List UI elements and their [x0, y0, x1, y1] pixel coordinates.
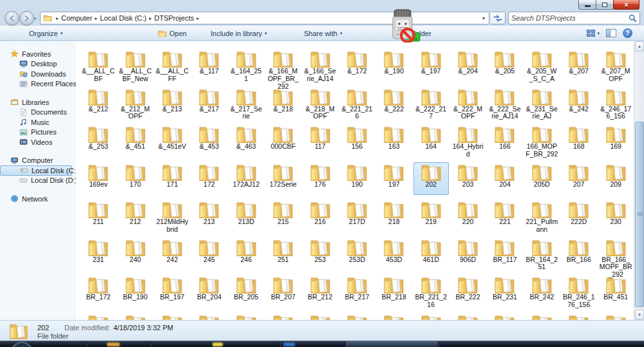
- folder-item[interactable]: BR_190: [117, 275, 153, 313]
- folder-item[interactable]: &_222_MOPF: [450, 87, 486, 125]
- folder-item[interactable]: 453D: [375, 238, 412, 276]
- folder-item[interactable]: 216: [301, 200, 338, 238]
- folder-item[interactable]: 204: [486, 162, 523, 200]
- folder-item[interactable]: BR_207: [265, 275, 301, 313]
- folder-item[interactable]: [117, 313, 153, 321]
- folder-item[interactable]: BR_197: [154, 275, 191, 313]
- folder-item[interactable]: &_117: [191, 49, 227, 87]
- change-view-button[interactable]: ▾: [587, 30, 600, 37]
- folder-item[interactable]: &_451eV: [154, 124, 191, 162]
- folder-item[interactable]: &_207: [560, 49, 597, 87]
- folder-item[interactable]: BR_222: [450, 275, 486, 313]
- folder-item[interactable]: [80, 313, 117, 321]
- folder-item[interactable]: 253: [301, 238, 338, 276]
- breadcrumb-item-dtsprojects[interactable]: DTSProjects: [154, 14, 194, 22]
- folder-item[interactable]: &_166_MOPF_BR_292: [265, 49, 301, 87]
- folder-item[interactable]: 213D: [228, 200, 265, 238]
- folder-item[interactable]: &__ALL_CFF: [154, 49, 191, 87]
- folder-item[interactable]: &_242: [560, 87, 597, 125]
- folder-item[interactable]: [301, 313, 338, 321]
- folder-item[interactable]: 207: [560, 162, 597, 200]
- search-input[interactable]: [511, 14, 629, 22]
- folder-item[interactable]: &_205_W_S_C_A: [524, 49, 560, 87]
- folder-item[interactable]: 163: [375, 124, 412, 162]
- folder-item[interactable]: &_212: [80, 87, 117, 125]
- toolbar-item-include-in-library[interactable]: Include in library▾: [207, 28, 270, 39]
- toolbar-item-share-with[interactable]: Share with▾: [301, 28, 346, 39]
- folder-item[interactable]: 211: [80, 200, 117, 238]
- folder-item[interactable]: &_190: [375, 49, 412, 87]
- folder-item[interactable]: 156: [339, 124, 375, 162]
- address-bar[interactable]: ▸Computer▸Local Disk (C:)▸DTSProjects▸ ▾: [40, 12, 489, 24]
- folder-item[interactable]: 169ev: [80, 162, 117, 200]
- folder-item[interactable]: 168: [560, 124, 597, 162]
- folder-item[interactable]: [413, 313, 450, 321]
- folder-item[interactable]: &_212_MOPF: [117, 87, 153, 125]
- folder-item[interactable]: &_204: [450, 49, 486, 87]
- folder-item[interactable]: 170: [117, 162, 153, 200]
- folder-item[interactable]: BR_231: [486, 275, 523, 313]
- folder-item[interactable]: 230: [597, 200, 634, 238]
- folder-item[interactable]: &_463: [228, 124, 265, 162]
- folder-item[interactable]: BR_221_216: [413, 275, 450, 313]
- folder-item[interactable]: 209: [597, 162, 634, 200]
- folder-item[interactable]: 164_Hybrid: [450, 124, 486, 162]
- folder-item[interactable]: &_222_Serie_AJ14: [486, 87, 523, 125]
- folder-item[interactable]: 242: [154, 238, 191, 276]
- folder-item[interactable]: 218: [375, 200, 412, 238]
- folder-item[interactable]: 231: [80, 238, 117, 276]
- start-button[interactable]: [10, 342, 33, 347]
- breadcrumb-item-computer[interactable]: Computer: [61, 14, 92, 22]
- folder-item[interactable]: &__ALL_CBF_New: [117, 49, 153, 87]
- back-button[interactable]: [5, 11, 19, 26]
- folder-item[interactable]: 213: [191, 200, 227, 238]
- folder-item[interactable]: 217D: [339, 200, 375, 238]
- close-button[interactable]: ×: [613, 0, 639, 10]
- toolbar-item-new-folder[interactable]: New folder: [394, 28, 435, 39]
- folder-item[interactable]: 246: [228, 238, 265, 276]
- folder-item[interactable]: BR_204: [191, 275, 227, 313]
- folder-item[interactable]: &_221_216: [339, 87, 375, 125]
- preview-pane-button[interactable]: [606, 29, 616, 37]
- folder-item[interactable]: 172: [191, 162, 227, 200]
- folder-item[interactable]: &_253: [80, 124, 117, 162]
- folder-item[interactable]: BR_217: [339, 275, 375, 313]
- folder-item[interactable]: &_213: [154, 87, 191, 125]
- folder-item[interactable]: 222D: [560, 200, 597, 238]
- folder-item[interactable]: 164: [413, 124, 450, 162]
- folder-item[interactable]: 166: [486, 124, 523, 162]
- toolbar-item-open[interactable]: Open: [155, 28, 190, 39]
- toolbar-item-organize[interactable]: Organize▾: [26, 28, 66, 39]
- folder-item[interactable]: 212MildHybrid: [154, 200, 191, 238]
- folder-item[interactable]: 215: [265, 200, 301, 238]
- folder-item[interactable]: 176: [301, 162, 338, 200]
- folder-item[interactable]: &_451: [117, 124, 153, 162]
- sidebar-section-computer[interactable]: Computer: [0, 156, 76, 166]
- folder-item[interactable]: 461D: [413, 238, 450, 276]
- folder-item[interactable]: BR_218: [375, 275, 412, 313]
- sidebar-item-local-disk-d[interactable]: Local Disk (D:): [0, 176, 76, 186]
- folder-item[interactable]: 000CBF: [265, 124, 301, 162]
- vertical-scrollbar[interactable]: ▲ ▼: [634, 41, 644, 320]
- taskbar-button[interactable]: [213, 342, 223, 346]
- folder-item[interactable]: [339, 313, 375, 321]
- sidebar-section-libraries[interactable]: Libraries: [0, 97, 76, 108]
- scrollbar-thumb[interactable]: [635, 122, 644, 307]
- folder-item[interactable]: [560, 313, 597, 321]
- breadcrumb-item-local-disk-c[interactable]: Local Disk (C:): [100, 14, 146, 22]
- scroll-down-button[interactable]: ▼: [635, 310, 644, 320]
- folder-item[interactable]: [191, 313, 227, 321]
- folder-item[interactable]: 190: [339, 162, 375, 200]
- folder-item[interactable]: &_222_217: [413, 87, 450, 125]
- folder-item[interactable]: 906D: [450, 238, 486, 276]
- folder-item[interactable]: 197: [375, 162, 412, 200]
- taskbar-button[interactable]: [283, 342, 295, 346]
- sidebar-item-documents[interactable]: Documents: [0, 108, 76, 118]
- taskbar-button[interactable]: [107, 342, 120, 346]
- folder-item[interactable]: 172AJ12: [228, 162, 265, 200]
- sidebar-item-recent-places[interactable]: Recent Places: [0, 79, 76, 89]
- folder-item[interactable]: BR_205: [228, 275, 265, 313]
- folder-item[interactable]: &_205: [486, 49, 523, 87]
- address-dropdown-icon[interactable]: ▾: [481, 15, 486, 21]
- folder-item[interactable]: 169: [597, 124, 634, 162]
